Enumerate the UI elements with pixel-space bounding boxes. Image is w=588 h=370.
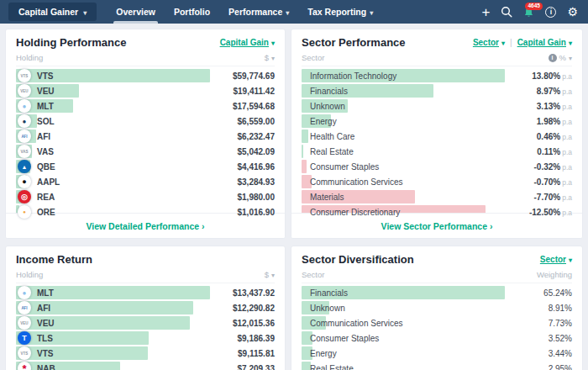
mlt-logo-icon: ● [18,286,31,299]
table-row[interactable]: *NAB$7,209.33 [16,361,275,370]
table-row[interactable]: Financials65.24% [302,285,572,300]
tls-logo-icon: T [18,331,31,345]
chevron-down-icon[interactable] [501,38,505,47]
row-value: $4,416.96 [238,162,276,172]
row-value: -0.70%p.a [533,177,572,187]
table-row[interactable]: Communication Services7.73% [302,315,572,330]
view-detailed-performance-link[interactable]: View Detailed Performance [86,221,204,231]
panel-title: Holding Performance [16,36,126,49]
row-label: VTS [37,349,53,358]
table-row[interactable]: ▲QBE$4,416.96 [16,159,275,174]
veu-logo-icon: VEU [18,84,31,98]
table-row[interactable]: Real Estate0.11%p.a [302,144,572,159]
notifications-bell-icon[interactable]: 4645 [523,7,534,18]
chevron-down-icon[interactable] [569,38,572,47]
sector-filter-link[interactable]: Sector [540,255,566,264]
column-header-currency[interactable]: $ [265,53,269,62]
divider [507,38,515,47]
panel-title: Income Return [16,253,92,266]
value-bar [16,346,148,360]
help-info-icon[interactable] [545,7,556,18]
value-bar [16,362,120,370]
row-value: 3.52% [549,334,572,343]
table-row[interactable]: Information Technology13.80%p.a [302,68,572,83]
chevron-down-icon[interactable] [569,255,572,264]
table-row[interactable]: Financials8.97%p.a [302,83,572,98]
table-row[interactable]: ●SOL$6,559.00 [16,114,275,129]
add-icon[interactable] [482,5,491,19]
table-row[interactable]: Consumer Staples-0.32%p.a [302,159,572,174]
tab-portfolio[interactable]: Portfolio [165,0,219,24]
value-bar [302,145,303,158]
column-header-currency[interactable]: $ [265,270,269,279]
chevron-down-icon[interactable] [569,53,572,62]
tab-performance[interactable]: Performance [219,0,298,24]
table-row[interactable]: Materials-7.70%p.a [302,189,572,204]
column-header-sector: Sector [302,270,324,279]
table-row[interactable]: VTSVTS$59,774.69 [16,68,275,83]
table-row[interactable]: VTSVTS$9,115.81 [16,346,275,361]
settings-gear-icon[interactable] [567,6,578,18]
table-row[interactable]: ◎REA$1,980.00 [16,189,275,204]
table-row[interactable]: ●MLT$17,594.68 [16,98,275,114]
mlt-logo-icon: ● [18,99,31,113]
row-value: 7.73% [549,319,572,328]
chevron-down-icon[interactable] [271,270,275,279]
column-header-sector: Sector [302,53,324,62]
row-label: Energy [310,349,337,358]
row-value: 0.11%p.a [537,147,572,156]
panel-title: Sector Diversification [302,253,414,266]
table-row[interactable]: TTLS$9,186.39 [16,330,275,346]
row-label: Real Estate [310,364,354,370]
nav-tabs: Overview Portfolio Performance Tax Repor… [107,0,382,24]
portfolio-selector[interactable]: Capital Gainer [8,3,97,21]
row-value: 3.44% [549,349,572,358]
row-value: 3.13%p.a [537,102,572,111]
table-row[interactable]: VASVAS$5,042.09 [16,144,275,159]
capital-gain-filter-link[interactable]: Capital Gain [220,38,269,47]
info-icon[interactable] [549,54,557,62]
table-row[interactable]: Health Care0.46%p.a [302,129,572,144]
row-value: $1,016.90 [238,208,276,217]
table-row[interactable]: Communication Services-0.70%p.a [302,174,572,189]
sector-filter-link[interactable]: Sector [473,38,499,47]
tab-overview[interactable]: Overview [107,0,165,24]
row-label: Financials [310,288,348,298]
row-label: Consumer Staples [310,334,379,343]
view-sector-performance-link[interactable]: View Sector Performance [381,221,493,231]
column-header-percent[interactable]: % [559,53,566,62]
row-label: Energy [310,117,337,126]
income-return-rows: ●MLT$13,437.92AFIAFI$12,290.82VEUVEU$12,… [16,285,275,370]
table-row[interactable]: ●AAPL$3,284.93 [16,174,275,189]
table-row[interactable]: Unknown3.13%p.a [302,98,572,114]
row-label: AFI [37,304,50,313]
value-bar [302,160,307,173]
row-label: Unknown [310,304,345,313]
table-row[interactable]: VEUVEU$19,411.42 [16,83,275,98]
table-row[interactable]: Unknown8.91% [302,300,572,315]
table-row[interactable]: Consumer Staples3.52% [302,330,572,346]
chevron-down-icon[interactable] [271,53,275,62]
table-row[interactable]: AFIAFI$12,290.82 [16,300,275,315]
table-row[interactable]: Energy3.44% [302,346,572,361]
table-row[interactable]: VEUVEU$12,015.36 [16,315,275,330]
search-icon[interactable] [501,6,512,18]
dashboard-grid: Holding Performance Capital Gain Holding… [0,24,588,370]
chevron-down-icon[interactable] [271,38,275,47]
row-label: AFI [37,132,50,141]
row-value: 8.91% [549,304,572,313]
table-row[interactable]: Real Estate2.95% [302,361,572,370]
capital-gain-filter-link[interactable]: Capital Gain [517,38,566,47]
row-label: MLT [37,102,54,111]
chevron-down-icon [286,7,289,17]
row-value: $6,232.47 [238,132,276,141]
table-row[interactable]: Energy1.98%p.a [302,114,572,129]
row-value: $9,115.81 [238,349,275,358]
row-value: $59,774.69 [233,71,275,81]
table-row[interactable]: ●MLT$13,437.92 [16,285,275,300]
table-row[interactable]: AFIAFI$6,232.47 [16,129,275,144]
row-value: $9,186.39 [238,334,276,343]
tab-tax-reporting[interactable]: Tax Reporting [298,0,382,24]
vts-logo-icon: VTS [18,69,31,82]
row-label: MLT [37,288,54,298]
